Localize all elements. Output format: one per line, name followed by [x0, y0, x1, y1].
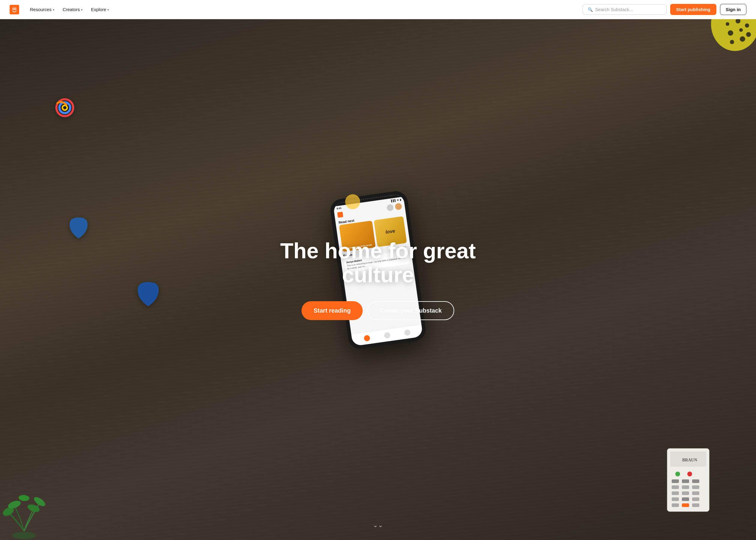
substack-logo-icon: [10, 5, 19, 14]
svg-rect-0: [12, 8, 17, 8]
sign-in-button[interactable]: Sign in: [720, 4, 746, 15]
hero-title-line2: culture: [342, 263, 414, 287]
search-bar[interactable]: 🔍 Search Substack...: [582, 4, 667, 15]
logo[interactable]: [10, 5, 19, 14]
hero-buttons: Start reading Create your Substack: [280, 301, 476, 320]
nav-creators-label: Creators: [63, 7, 80, 12]
scroll-indicator[interactable]: ⌄⌄: [373, 522, 383, 528]
start-reading-button[interactable]: Start reading: [302, 301, 362, 320]
start-publishing-button[interactable]: Start publishing: [670, 4, 716, 15]
nav-resources-label: Resources: [30, 7, 52, 12]
search-placeholder-text: Search Substack...: [595, 7, 633, 12]
svg-rect-1: [12, 9, 17, 10]
nav-item-explore[interactable]: Explore ▾: [87, 5, 112, 14]
nav-explore-chevron: ▾: [107, 8, 109, 11]
search-icon: 🔍: [588, 7, 593, 12]
nav-item-creators[interactable]: Creators ▾: [59, 5, 86, 14]
hero-content: The home for great culture Start reading…: [274, 239, 482, 320]
nav-explore-label: Explore: [91, 7, 106, 12]
scroll-chevrons: ⌄⌄: [373, 522, 383, 528]
hero-section: BRAUN 9:41: [0, 0, 756, 540]
create-substack-button[interactable]: Create your Substack: [367, 301, 454, 320]
hero-title: The home for great culture: [280, 239, 476, 287]
navbar-right: 🔍 Search Substack... Start publishing Si…: [582, 4, 746, 15]
nav-items: Resources ▾ Creators ▾ Explore ▾: [26, 5, 582, 14]
nav-item-resources[interactable]: Resources ▾: [26, 5, 58, 14]
hero-title-line1: The home for great: [280, 239, 476, 263]
nav-resources-chevron: ▾: [53, 8, 54, 11]
logo-svg: [12, 7, 17, 12]
navbar: Resources ▾ Creators ▾ Explore ▾ 🔍 Searc…: [0, 0, 756, 19]
nav-creators-chevron: ▾: [81, 8, 82, 11]
